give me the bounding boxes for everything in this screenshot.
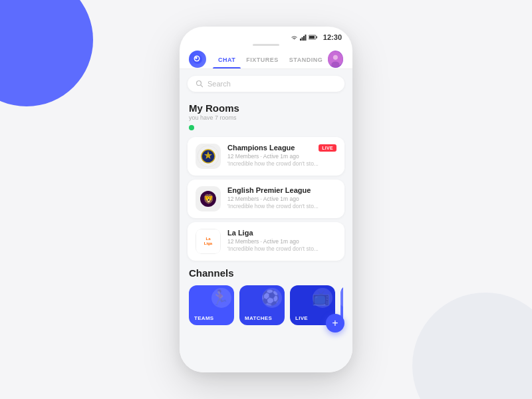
user-avatar xyxy=(328,51,343,68)
channels-title: Channels xyxy=(189,267,343,279)
logo-icon xyxy=(192,54,203,65)
tab-chat[interactable]: CHAT xyxy=(213,50,241,68)
fab-add-button[interactable]: + xyxy=(326,314,344,332)
status-icons xyxy=(291,35,318,41)
channels-grid: 🏃 TEAMS ⚽ MATCHES 📺 LIVE R xyxy=(189,285,343,325)
room-card-laliga[interactable]: LaLiga La Liga 12 Members · Active 1m ag… xyxy=(188,222,344,261)
svg-text:🦁: 🦁 xyxy=(203,194,215,205)
svg-line-15 xyxy=(201,85,203,87)
signal-icon xyxy=(300,35,307,41)
fab-label: + xyxy=(332,318,338,329)
search-icon xyxy=(196,80,203,88)
my-rooms-header: My Rooms you have 7 rooms xyxy=(180,97,352,122)
room-meta-champions-league: 12 Members · Active 1m ago xyxy=(227,153,336,160)
phone-frame: 12:30 CHAT FIXTURES ST xyxy=(180,27,352,372)
room-preview-epl: 'Incredible how the crowd don't sto... xyxy=(227,203,336,209)
avatar[interactable] xyxy=(328,51,343,68)
channel-label-teams: TEAMS xyxy=(194,315,214,321)
svg-point-12 xyxy=(333,55,338,60)
room-name-laliga: La Liga xyxy=(227,229,253,237)
nav-tabs: CHAT FIXTURES STANDING xyxy=(213,50,328,68)
channel-label-live: LIVE xyxy=(295,315,308,321)
room-badge-epl: 🦁 xyxy=(196,186,221,211)
my-rooms-subtitle: you have 7 rooms xyxy=(189,114,343,121)
room-badge-laliga: LaLiga xyxy=(196,229,221,254)
svg-rect-3 xyxy=(305,35,306,41)
channel-label-matches: MATCHES xyxy=(245,315,272,321)
room-meta-epl: 12 Members · Active 1m ago xyxy=(227,196,336,202)
svg-rect-1 xyxy=(301,37,303,41)
battery-icon xyxy=(309,35,318,40)
time-display: 12:30 xyxy=(323,33,342,41)
room-info-laliga: La Liga 12 Members · Active 1m ago 'Incr… xyxy=(227,229,336,252)
svg-rect-0 xyxy=(300,39,301,41)
channel-card-matches[interactable]: ⚽ MATCHES xyxy=(239,285,285,325)
teams-player-icon: 🏃 xyxy=(211,289,229,307)
svg-point-10 xyxy=(195,57,198,59)
room-card-champions-league[interactable]: Champions League LIVE 12 Members · Activ… xyxy=(188,137,344,176)
live-badge: LIVE xyxy=(319,144,336,152)
app-logo xyxy=(189,51,206,68)
status-bar: 12:30 xyxy=(180,27,352,44)
live-icon: 📺 xyxy=(312,289,330,307)
search-bar[interactable]: Search xyxy=(188,76,344,92)
tab-bar: CHAT FIXTURES STANDING xyxy=(180,50,352,69)
drag-handle xyxy=(253,44,279,46)
wifi-icon xyxy=(291,35,298,41)
online-indicator xyxy=(189,125,194,130)
room-preview-laliga: 'Incredible how the crowd don't sto... xyxy=(227,245,336,252)
room-info-epl: English Premier League 12 Members · Acti… xyxy=(227,186,336,209)
rooms-list: Champions League LIVE 12 Members · Activ… xyxy=(180,137,352,261)
epl-icon: 🦁 xyxy=(197,188,219,210)
room-info-champions-league: Champions League LIVE 12 Members · Activ… xyxy=(227,144,336,167)
my-rooms-title: My Rooms xyxy=(189,102,343,114)
svg-rect-5 xyxy=(316,37,317,39)
room-name-champions-league: Champions League xyxy=(227,144,295,152)
room-badge-champions-league xyxy=(196,144,221,169)
svg-rect-6 xyxy=(309,36,315,39)
tab-standing[interactable]: STANDING xyxy=(284,50,328,68)
room-meta-laliga: 12 Members · Active 1m ago xyxy=(227,238,336,245)
room-card-epl[interactable]: 🦁 English Premier League 12 Members · Ac… xyxy=(188,180,344,218)
bg-circle-left xyxy=(0,0,93,106)
tab-fixtures[interactable]: FIXTURES xyxy=(241,50,284,68)
room-preview-champions-league: 'Incredible how the crowd don't sto... xyxy=(227,160,336,167)
room-name-epl: English Premier League xyxy=(227,186,311,194)
svg-point-13 xyxy=(331,62,339,68)
svg-rect-2 xyxy=(303,36,305,41)
search-section: Search xyxy=(180,69,352,97)
laliga-logo-text: LaLiga xyxy=(204,237,212,245)
champions-league-icon xyxy=(197,145,219,168)
search-placeholder: Search xyxy=(207,80,231,88)
channel-card-teams[interactable]: 🏃 TEAMS xyxy=(189,285,234,325)
matches-icon: ⚽ xyxy=(261,289,279,307)
bg-circle-right xyxy=(412,293,532,399)
